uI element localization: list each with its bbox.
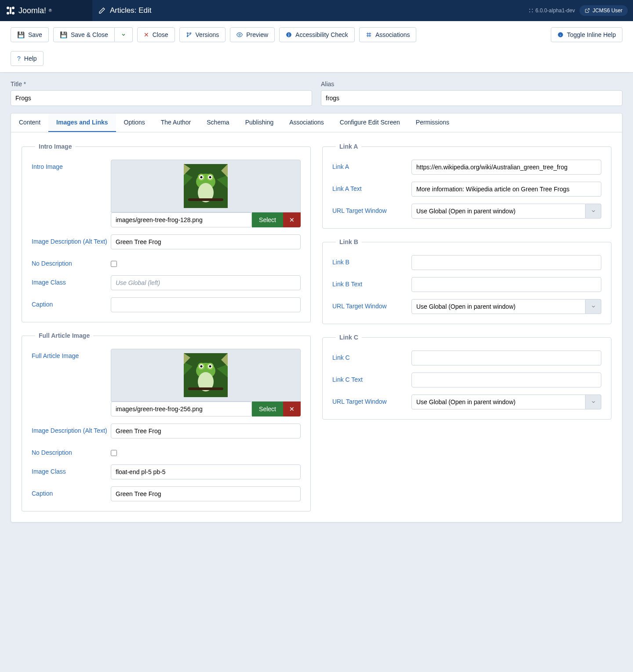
intro-image-input[interactable] (111, 212, 252, 227)
tab-author[interactable]: The Author (153, 113, 199, 132)
toolbar: 💾Save 💾Save & Close ✕Close Versions Prev… (0, 21, 633, 73)
full-caption-label: Caption (32, 486, 111, 497)
help-button[interactable]: ?Help (11, 51, 44, 66)
svg-point-2 (7, 12, 9, 15)
full-image-select[interactable]: Select (252, 402, 283, 416)
chevron-down-icon (586, 394, 601, 409)
tab-associations[interactable]: Associations (281, 113, 332, 132)
svg-point-33 (209, 365, 211, 368)
associations-button[interactable]: Associations (359, 27, 417, 42)
tab-configure[interactable]: Configure Edit Screen (332, 113, 408, 132)
tab-content[interactable]: Content (11, 113, 48, 132)
chevron-down-icon (121, 32, 126, 37)
link-a-target-label: URL Target Window (332, 204, 411, 214)
link-a-text-label: Link A Text (332, 182, 411, 192)
link-a-text-input[interactable] (411, 182, 601, 197)
svg-point-9 (187, 33, 188, 33)
svg-point-6 (532, 9, 533, 10)
svg-point-23 (209, 176, 211, 179)
intro-image-preview (111, 160, 301, 212)
save-dropdown[interactable] (115, 27, 133, 42)
intro-class-label: Image Class (32, 275, 111, 286)
full-caption-input[interactable] (111, 486, 301, 501)
svg-point-10 (190, 33, 191, 33)
link-b-legend: Link B (336, 238, 362, 245)
svg-point-1 (12, 7, 15, 9)
intro-image-legend: Intro Image (35, 143, 75, 150)
svg-point-22 (200, 176, 203, 179)
full-image-preview (111, 349, 301, 402)
link-c-text-label: Link C Text (332, 373, 411, 383)
save-button[interactable]: 💾Save (11, 27, 49, 42)
full-class-input[interactable] (111, 464, 301, 479)
intro-nodesc-checkbox[interactable] (111, 261, 117, 267)
page-title-area: Articles: Edit (92, 6, 523, 15)
tab-schema[interactable]: Schema (199, 113, 237, 132)
intro-image-fieldset: Intro Image Intro Image Select ✕ (22, 143, 311, 322)
full-nodesc-label: No Description (32, 446, 111, 456)
external-icon (585, 8, 590, 13)
full-image-fieldset: Full Article Image Full Article Image Se… (22, 332, 311, 511)
full-nodesc-checkbox[interactable] (111, 450, 117, 456)
link-b-url-input[interactable] (411, 255, 601, 270)
help-icon: ? (17, 55, 21, 62)
link-c-url-input[interactable] (411, 351, 601, 365)
link-b-target-select[interactable]: Use Global (Open in parent window) (411, 299, 586, 314)
link-c-url-label: Link C (332, 351, 411, 361)
save-close-button[interactable]: 💾Save & Close (53, 27, 115, 42)
alias-input[interactable] (321, 90, 622, 106)
accessibility-button[interactable]: Accessibility Check (279, 27, 355, 42)
info-icon (557, 32, 564, 38)
title-input[interactable] (11, 90, 312, 106)
link-c-text-input[interactable] (411, 373, 601, 387)
link-b-fieldset: Link B Link B Link B Text URL Target Win… (322, 238, 611, 324)
page-title: Articles: Edit (110, 6, 151, 15)
svg-rect-35 (188, 387, 223, 390)
branch-icon (186, 32, 192, 38)
toggle-help-button[interactable]: Toggle Inline Help (551, 27, 622, 42)
eye-icon (236, 32, 243, 38)
tab-options[interactable]: Options (116, 113, 153, 132)
header-bar: Joomla!® Articles: Edit 6.0.0-alpha1-dev… (0, 0, 633, 21)
user-menu[interactable]: JCMS6 User (579, 5, 628, 16)
svg-point-32 (200, 365, 203, 368)
intro-image-clear[interactable]: ✕ (283, 212, 301, 227)
tab-publishing[interactable]: Publishing (237, 113, 282, 132)
link-c-target-select[interactable]: Use Global (Open in parent window) (411, 394, 586, 409)
joomla-icon (5, 5, 16, 16)
full-image-label: Full Article Image (32, 349, 111, 359)
tab-images-links[interactable]: Images and Links (48, 113, 116, 132)
save-icon: 💾 (17, 31, 25, 38)
title-row: Title * Alias (0, 73, 633, 110)
edit-icon (98, 7, 106, 14)
intro-class-input[interactable] (111, 275, 301, 290)
tab-permissions[interactable]: Permissions (408, 113, 457, 132)
intro-alt-input[interactable] (111, 234, 301, 249)
intro-image-select[interactable]: Select (252, 212, 283, 227)
brand-logo[interactable]: Joomla!® (0, 0, 92, 21)
alias-label: Alias (321, 80, 622, 88)
save-icon: 💾 (60, 31, 67, 38)
link-c-fieldset: Link C Link C Link C Text URL Target Win… (322, 334, 611, 420)
link-a-url-input[interactable] (411, 160, 601, 175)
preview-button[interactable]: Preview (230, 27, 275, 42)
intro-caption-input[interactable] (111, 297, 301, 312)
svg-point-0 (7, 7, 9, 9)
close-button[interactable]: ✕Close (137, 27, 175, 42)
close-icon: ✕ (144, 31, 149, 38)
full-alt-input[interactable] (111, 424, 301, 438)
version-label: 6.0.0-alpha1-dev (528, 7, 575, 14)
title-label: Title * (11, 80, 312, 88)
svg-point-3 (12, 12, 15, 15)
intro-image-label: Intro Image (32, 160, 111, 170)
intro-alt-label: Image Description (Alt Text) (32, 234, 111, 245)
svg-point-5 (529, 9, 530, 10)
link-b-target-label: URL Target Window (332, 299, 411, 310)
link-b-url-label: Link B (332, 255, 411, 266)
link-a-target-select[interactable]: Use Global (Open in parent window) (411, 204, 586, 219)
svg-point-14 (288, 33, 289, 34)
versions-button[interactable]: Versions (179, 27, 226, 42)
full-image-clear[interactable]: ✕ (283, 402, 301, 416)
full-image-input[interactable] (111, 402, 252, 416)
link-b-text-input[interactable] (411, 277, 601, 292)
